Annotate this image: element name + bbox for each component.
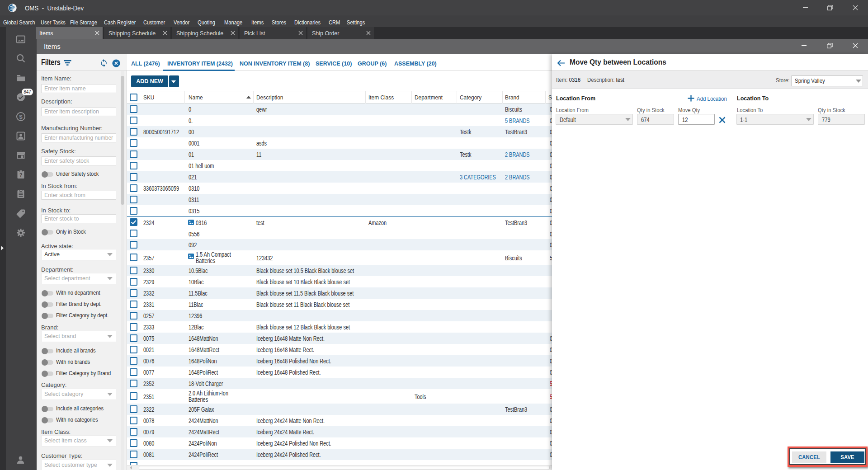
svg-text:$: $ bbox=[19, 113, 23, 120]
svg-text:?: ? bbox=[19, 172, 22, 178]
